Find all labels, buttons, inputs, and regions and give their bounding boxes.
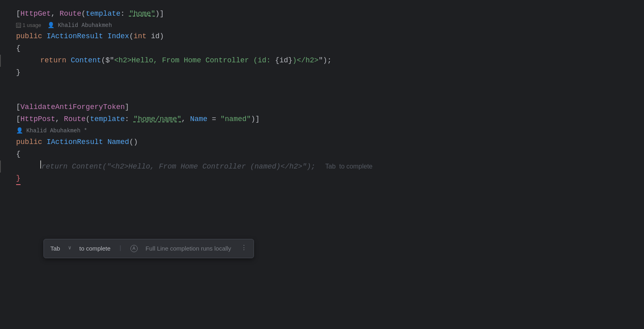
- popup-separator: |: [119, 244, 122, 253]
- attr-httppost: HttpPost: [21, 113, 55, 125]
- tab-chevron-icon: ∨: [68, 244, 71, 253]
- attr-route-2: Route: [64, 113, 86, 125]
- blank-1: [0, 79, 644, 90]
- usage-icon: ⊡: [16, 23, 21, 28]
- tab-to-complete-inline: Tab to complete: [322, 161, 373, 172]
- param-type-int: int: [134, 31, 147, 42]
- named-param-name: Name: [190, 113, 207, 125]
- ghost-text-return: return Content("<h2>Hello, From Home Con…: [41, 161, 316, 173]
- author-2: 👤 Khalid Abuhakmeh *: [16, 126, 87, 135]
- code-line-10: return Content("<h2>Hello, From Home Con…: [0, 160, 644, 173]
- code-line-1: [HttpGet, Route(template: "home")]: [0, 8, 644, 20]
- method-index: Index: [107, 31, 129, 42]
- code-line-4: return Content($"<h2>Hello, From Home Co…: [0, 55, 644, 67]
- code-line-11: }: [0, 173, 644, 185]
- to-complete-text: to complete: [79, 244, 111, 253]
- code-line-6: [ValidateAntiForgeryToken]: [0, 101, 644, 113]
- method-named: Named: [107, 136, 129, 148]
- author-1: 👤 Khalid Abuhakmeh: [47, 21, 112, 30]
- tab-key-label: Tab: [50, 244, 60, 253]
- attribute-httpget: HttpGet: [21, 8, 51, 20]
- text-cursor: [40, 160, 41, 169]
- code-line-3: {: [0, 43, 644, 55]
- type-iactionresult-2: IActionResult: [47, 136, 103, 148]
- code-line-7: [HttpPost, Route(template: "home/name", …: [0, 113, 644, 125]
- full-line-completion-text: Full Line completion runs locally: [146, 244, 231, 253]
- kw-public-1: public: [16, 31, 47, 42]
- full-line-icon: A: [130, 245, 138, 252]
- string-named: "named": [221, 113, 251, 125]
- code-line-5: }: [0, 67, 644, 79]
- popup-dots-menu[interactable]: ⋮: [241, 243, 247, 254]
- autocomplete-popup[interactable]: Tab ∨ to complete | A Full Line completi…: [43, 239, 254, 258]
- closing-brace-squiggle: }: [16, 173, 21, 185]
- meta-line-2: 👤 Khalid Abuhakmeh *: [0, 125, 644, 136]
- code-line-9: {: [0, 148, 644, 160]
- string-home-name: "home/name": [134, 113, 182, 125]
- attribute-route: Route: [60, 8, 81, 20]
- string-home: "home": [129, 8, 155, 20]
- bracket: [: [16, 8, 21, 20]
- kw-public-2: public: [16, 136, 47, 148]
- param-id: id: [151, 31, 160, 42]
- usage-count: 1 usage: [23, 21, 41, 30]
- usage-badge: ⊡ 1 usage: [16, 21, 41, 30]
- code-line-2: public IActionResult Index(int id): [0, 31, 644, 43]
- code-editor: [HttpGet, Route(template: "home")] ⊡ 1 u…: [0, 0, 644, 329]
- type-iactionresult-1: IActionResult: [47, 31, 103, 42]
- meta-line-1: ⊡ 1 usage 👤 Khalid Abuhakmeh: [0, 20, 644, 31]
- blank-2: [0, 90, 644, 101]
- code-line-8: public IActionResult Named(): [0, 136, 644, 148]
- attr-validate: ValidateAntiForgeryToken: [21, 101, 125, 113]
